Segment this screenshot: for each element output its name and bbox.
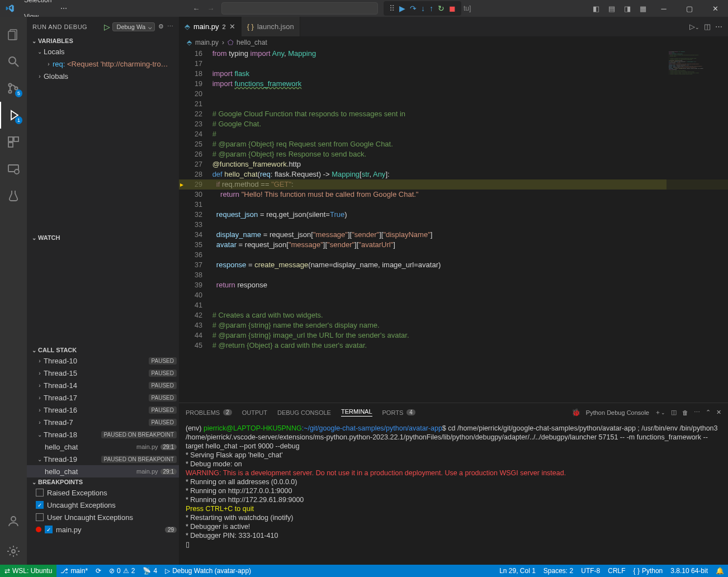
terminal-profile-label[interactable]: Python Debug Console bbox=[586, 409, 649, 416]
split-editor-icon[interactable]: ◫ bbox=[704, 22, 711, 31]
nav-back-icon[interactable]: ← bbox=[189, 4, 204, 13]
activity-accounts-icon[interactable] bbox=[0, 508, 27, 535]
breakpoint-option[interactable]: ✓Uncaught Exceptions bbox=[27, 499, 179, 511]
status-remote[interactable]: ⇄WSL: Ubuntu bbox=[0, 565, 56, 577]
activity-settings-icon[interactable] bbox=[0, 538, 27, 565]
debug-icon: ▷ bbox=[165, 567, 170, 575]
debug-drag-handle-icon[interactable]: ⠿ bbox=[389, 4, 395, 13]
status-encoding[interactable]: UTF-8 bbox=[577, 565, 604, 577]
status-sync[interactable]: ⟳ bbox=[92, 565, 105, 577]
run-file-icon[interactable]: ▷⌄ bbox=[689, 22, 699, 31]
status-interpreter[interactable]: 3.8.10 64-bit bbox=[666, 565, 712, 577]
layout-panel-bottom-icon[interactable]: ▤ bbox=[604, 4, 620, 13]
vscode-logo-icon bbox=[0, 4, 20, 13]
thread-row[interactable]: ›Thread-15PAUSED bbox=[27, 367, 179, 379]
step-over-icon[interactable]: ↷ bbox=[410, 4, 417, 13]
panel-tab-ports[interactable]: PORTS4 bbox=[382, 409, 415, 416]
stack-frame[interactable]: hello_chatmain.py29:1 bbox=[27, 465, 179, 477]
panel-tab-terminal[interactable]: TERMINAL bbox=[341, 408, 372, 417]
terminal-output[interactable]: (env) pierrick@LAPTOP-HKU5PNNG:~/git/goo… bbox=[179, 422, 728, 565]
activity-remote-icon[interactable] bbox=[0, 155, 27, 182]
split-terminal-icon[interactable]: ◫ bbox=[671, 409, 677, 416]
start-debug-icon[interactable]: ▷ bbox=[104, 22, 110, 31]
status-spaces[interactable]: Spaces: 2 bbox=[540, 565, 577, 577]
kill-terminal-icon[interactable]: 🗑 bbox=[682, 409, 688, 416]
branch-icon: ⎇ bbox=[60, 567, 68, 575]
editor-more-icon[interactable]: ⋯ bbox=[715, 22, 722, 31]
activity-scm-icon[interactable]: 5 bbox=[0, 75, 27, 102]
thread-row[interactable]: ⌄Thread-19PAUSED ON BREAKPOINT bbox=[27, 453, 179, 465]
layout-customize-icon[interactable]: ▦ bbox=[635, 4, 651, 13]
checkbox[interactable] bbox=[36, 489, 44, 496]
thread-row[interactable]: ⌄Thread-18PAUSED ON BREAKPOINT bbox=[27, 428, 179, 441]
checkbox[interactable]: ✓ bbox=[36, 501, 44, 509]
checkbox[interactable] bbox=[36, 513, 44, 521]
status-branch[interactable]: ⎇main* bbox=[56, 565, 92, 577]
breadcrumbs[interactable]: ⬘ main.py › ⬠ hello_chat bbox=[179, 36, 728, 49]
sidebar-more-icon[interactable]: ⋯ bbox=[167, 23, 173, 30]
thread-row[interactable]: ›Thread-17PAUSED bbox=[27, 391, 179, 404]
continue-icon[interactable]: ▶ bbox=[399, 4, 405, 13]
debug-console-select-icon[interactable]: 🐞 bbox=[571, 408, 580, 417]
menu-selection[interactable]: Selection bbox=[20, 0, 56, 8]
tab-launch-json[interactable]: { }launch.json bbox=[242, 17, 300, 36]
status-problems[interactable]: ⊘0 ⚠2 bbox=[105, 565, 139, 577]
command-center-input[interactable] bbox=[221, 2, 378, 15]
stop-icon[interactable]: ◼ bbox=[449, 4, 456, 13]
breakpoint-option[interactable]: User Uncaught Exceptions bbox=[27, 511, 179, 523]
panel-more-icon[interactable]: ⋯ bbox=[694, 409, 700, 416]
section-variables[interactable]: ⌄VARIABLES bbox=[27, 36, 179, 45]
launch-config-select[interactable]: Debug Wa ⌵ bbox=[112, 22, 155, 31]
status-cursor[interactable]: Ln 29, Col 1 bbox=[495, 565, 540, 577]
restart-icon[interactable]: ↻ bbox=[438, 4, 445, 13]
breakpoint-option[interactable]: Raised Exceptions bbox=[27, 486, 179, 499]
svg-point-13 bbox=[12, 550, 15, 553]
launch-settings-icon[interactable]: ⚙ bbox=[158, 23, 164, 30]
scope-locals[interactable]: ⌄Locals bbox=[27, 45, 179, 58]
stack-frame[interactable]: hello_chatmain.py29:1 bbox=[27, 441, 179, 453]
menu-more-icon[interactable]: ⋯ bbox=[56, 0, 72, 17]
panel-tab-output[interactable]: OUTPUT bbox=[242, 409, 267, 416]
tab-main-py[interactable]: ⬘main.py2✕ bbox=[179, 17, 242, 36]
breakpoint-file[interactable]: ✓main.py29 bbox=[27, 523, 179, 536]
activity-extensions-icon[interactable] bbox=[0, 129, 27, 155]
close-tab-icon[interactable]: ✕ bbox=[229, 22, 235, 31]
thread-row[interactable]: ›Thread-16PAUSED bbox=[27, 404, 179, 416]
window-minimize-icon[interactable]: ─ bbox=[651, 0, 677, 17]
variable-req[interactable]: ›req: <Request 'http://charming-tro… bbox=[27, 58, 179, 70]
section-watch[interactable]: ⌄WATCH bbox=[27, 233, 179, 242]
panel-tab-debug-console[interactable]: DEBUG CONSOLE bbox=[277, 409, 331, 416]
status-debug-target[interactable]: ▷Debug Watch (avatar-app) bbox=[161, 565, 255, 577]
bottom-panel: PROBLEMS2OUTPUTDEBUG CONSOLETERMINALPORT… bbox=[179, 403, 728, 565]
checkbox[interactable]: ✓ bbox=[45, 526, 53, 533]
section-callstack[interactable]: ⌄CALL STACK bbox=[27, 346, 179, 354]
activity-search-icon[interactable] bbox=[0, 48, 27, 75]
status-language[interactable]: { }Python bbox=[630, 565, 667, 577]
activity-testing-icon[interactable] bbox=[0, 182, 27, 209]
step-out-icon[interactable]: ↑ bbox=[429, 4, 433, 13]
close-panel-icon[interactable]: ✕ bbox=[716, 409, 721, 416]
nav-forward-icon[interactable]: → bbox=[204, 4, 218, 13]
minimap[interactable]: from typing import Any, Mapping import f… bbox=[666, 49, 728, 403]
maximize-panel-icon[interactable]: ⌃ bbox=[706, 409, 711, 416]
code-editor[interactable]: ▸ 16171819202122232425262728293031323334… bbox=[179, 49, 728, 403]
window-close-icon[interactable]: ✕ bbox=[702, 0, 728, 17]
panel-tab-problems[interactable]: PROBLEMS2 bbox=[186, 409, 232, 416]
scope-globals[interactable]: ›Globals bbox=[27, 70, 179, 82]
section-breakpoints[interactable]: ⌄BREAKPOINTS bbox=[27, 477, 179, 486]
activity-explorer-icon[interactable] bbox=[0, 21, 27, 48]
thread-row[interactable]: ›Thread-7PAUSED bbox=[27, 416, 179, 428]
activity-debug-icon[interactable]: 1 bbox=[0, 102, 27, 129]
svg-point-12 bbox=[11, 517, 16, 521]
status-notifications-icon[interactable]: 🔔 bbox=[712, 565, 728, 577]
layout-panel-left-icon[interactable]: ◧ bbox=[588, 4, 604, 13]
step-into-icon[interactable]: ↓ bbox=[421, 4, 425, 13]
layout-panel-right-icon[interactable]: ◨ bbox=[620, 4, 635, 13]
new-terminal-icon[interactable]: ＋⌄ bbox=[655, 408, 665, 417]
status-ports[interactable]: 📡4 bbox=[139, 565, 161, 577]
thread-row[interactable]: ›Thread-14PAUSED bbox=[27, 379, 179, 391]
thread-row[interactable]: ›Thread-10PAUSED bbox=[27, 354, 179, 367]
activity-bar: 5 1 bbox=[0, 17, 27, 565]
window-maximize-icon[interactable]: ▢ bbox=[677, 0, 702, 17]
status-eol[interactable]: CRLF bbox=[604, 565, 629, 577]
